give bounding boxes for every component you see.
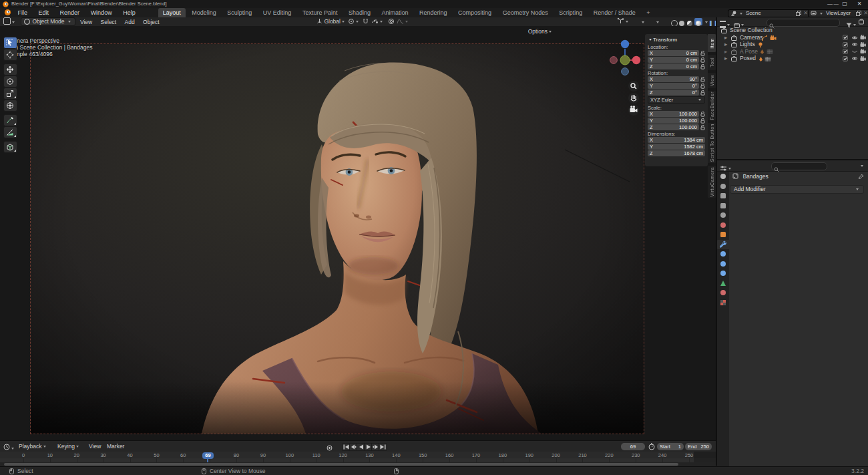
workspace-tab-rendering[interactable]: Rendering [415,8,452,17]
workspace-add-button[interactable]: + [642,8,654,17]
gizmo-z-axis[interactable] [621,40,629,48]
tool-select-box[interactable] [3,37,17,49]
navigation-gizmo[interactable] [606,35,644,122]
gizmo-x-neg-axis[interactable] [610,57,618,64]
workspace-tab-texture-paint[interactable]: Texture Paint [298,8,343,17]
workspace-tab-modeling[interactable]: Modeling [187,8,221,17]
properties-tab-render[interactable] [716,182,729,192]
zoom-view-button[interactable] [628,81,639,92]
properties-tab-output[interactable] [716,191,729,201]
lock-icon[interactable] [700,77,705,82]
tool-measure[interactable] [3,126,17,138]
timeline-menu-marker[interactable]: Marker [107,441,124,452]
lock-icon[interactable] [700,112,705,117]
rotation-mode-dropdown[interactable]: XYZ Euler [648,96,705,104]
properties-tab-constraints[interactable] [716,269,729,279]
workspace-tab-uv-editing[interactable]: UV Editing [258,8,296,17]
tool-scale[interactable] [3,88,17,100]
new-collection-icon[interactable] [859,19,865,25]
dimensions-x-field[interactable]: X1384 cm [648,137,705,143]
outliner-search-input[interactable] [767,19,840,27]
minimize-button[interactable]: — [824,0,836,8]
lock-icon[interactable] [700,51,705,56]
menu-render[interactable]: Render [55,8,85,17]
expand-icon[interactable]: ▸ [724,41,727,48]
add-modifier-dropdown[interactable]: Add Modifier [730,185,864,194]
gizmo-z-neg-axis[interactable] [622,68,629,75]
show-gizmo-dropdown[interactable] [617,17,630,26]
scale-x-field[interactable]: X100.000 [648,111,699,117]
editor-type-button[interactable] [0,17,19,27]
lock-icon[interactable] [700,125,705,130]
timeline-menu-keying[interactable]: Keying [57,441,80,452]
properties-tab-particles[interactable] [716,249,729,259]
outliner-row-scene-collection[interactable]: Scene Collection [716,27,868,34]
workspace-tab-geometry-nodes[interactable]: Geometry Nodes [498,8,553,17]
jump-to-end-button[interactable] [379,443,387,451]
workspace-tab-render-shade[interactable]: Render / Shade [589,8,640,17]
tool-cursor[interactable] [3,49,17,61]
properties-tab-material[interactable] [716,288,729,298]
scale-z-field[interactable]: Z100.000 [648,124,699,130]
location-x-field[interactable]: X0 cm [648,50,699,56]
viewport-canvas[interactable]: Camera Perspective (69) Scene Collection… [0,26,716,440]
workspace-tab-animation[interactable]: Animation [377,8,413,17]
pivot-dropdown[interactable] [348,17,360,26]
gizmo-x-axis[interactable] [632,56,640,64]
outliner-row-lights[interactable]: ▸ Lights [716,41,868,48]
workspace-tab-layout[interactable]: Layout [158,8,186,17]
transform-panel-header[interactable]: Transform [648,36,705,43]
properties-tab-world[interactable] [716,220,729,230]
lock-icon[interactable] [700,118,705,124]
lock-icon[interactable] [700,57,705,63]
timeline-menu-playback[interactable]: Playback [19,441,47,452]
tool-annotate[interactable] [3,114,17,126]
workspace-tab-sculpting[interactable]: Sculpting [222,8,256,17]
view-layer-name[interactable]: ViewLayer [826,9,854,18]
viewport-options-dropdown[interactable]: Options [528,28,553,35]
view-layer-selector[interactable]: ViewLayer ✕ [808,9,868,17]
properties-options-chevron-icon[interactable] [861,165,863,167]
expand-icon[interactable]: ▸ [724,48,727,55]
workspace-tab-scripting[interactable]: Scripting [554,8,587,17]
menu-window[interactable]: Window [86,8,117,17]
timeline-scrollbar-thumb[interactable] [4,463,678,466]
mode-dropdown[interactable]: Object Mode [21,17,75,26]
location-y-field[interactable]: Y0 cm [648,57,699,63]
properties-tab-tool[interactable] [716,172,729,182]
menu-edit[interactable]: Edit [34,8,54,17]
tool-add-cube[interactable] [3,141,17,153]
outliner-row-a-pose[interactable]: ▸ A Pose [716,48,868,55]
rotation-y-field[interactable]: Y0° [648,83,699,89]
snap-target-dropdown[interactable] [371,17,384,26]
timeline-menu-view[interactable]: View [89,441,101,452]
scale-y-field[interactable]: Y100.000 [648,118,699,124]
unlink-scene-icon[interactable]: ✕ [803,9,808,18]
playhead-badge[interactable]: 69 [202,452,214,459]
properties-tab-object[interactable] [716,230,729,240]
location-z-field[interactable]: Z0 cm [648,63,699,69]
properties-tab-view-layer[interactable] [716,201,729,211]
dimensions-z-field[interactable]: Z1678 cm [648,150,705,156]
snap-toggle[interactable] [363,17,369,26]
blender-menu-icon[interactable] [4,9,11,16]
properties-tab-scene[interactable] [716,210,729,220]
properties-tab-physics[interactable] [716,259,729,269]
frame-end-field[interactable]: End250 [685,443,712,450]
shading-rendered-button[interactable] [694,18,702,25]
frame-start-field[interactable]: Start1 [657,443,684,450]
pan-view-button[interactable] [628,93,639,104]
playhead-line[interactable] [207,458,208,462]
workspace-tab-compositing[interactable]: Compositing [453,8,496,17]
tool-move[interactable] [3,63,17,75]
tool-transform[interactable] [3,100,17,112]
rotation-z-field[interactable]: Z0° [648,90,699,96]
dimensions-y-field[interactable]: Y1582 cm [648,144,705,150]
camera-view-button[interactable] [628,105,639,116]
menu-help[interactable]: Help [118,8,140,17]
gizmo-y-axis[interactable] [620,55,630,65]
lock-icon[interactable] [700,90,705,96]
workspace-tab-shading[interactable]: Shading [344,8,375,17]
properties-search-input[interactable] [771,162,827,170]
properties-tab-modifiers[interactable] [716,240,729,250]
